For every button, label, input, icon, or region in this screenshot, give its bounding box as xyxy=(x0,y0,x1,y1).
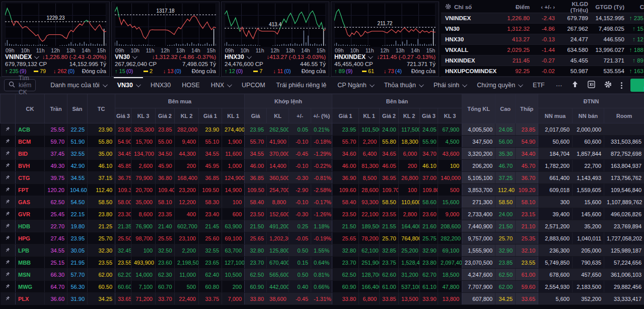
index-volume: 267,962,040 CP xyxy=(115,60,157,68)
more-menu[interactable]: ⋯ xyxy=(550,77,568,93)
index-name-dropdown[interactable]: HNX30 xyxy=(225,53,250,60)
cell: 120.20 xyxy=(45,184,67,196)
upload-arrow-icon[interactable] xyxy=(571,81,579,90)
cell: 63,700 xyxy=(222,244,245,257)
tab-hnx30[interactable]: HNX30 xyxy=(145,77,176,93)
cell: 45.70 xyxy=(516,160,538,172)
cell: 59.70 xyxy=(45,136,67,148)
pin-icon[interactable] xyxy=(1,172,16,184)
index-name-dropdown[interactable]: VN30 xyxy=(115,53,136,60)
table-row[interactable]: CTG39.7534.5537.1536.7579,90036.80168,40… xyxy=(1,172,644,184)
table-row[interactable]: GAS62.5054.5058.5058.0035,00058.1012,200… xyxy=(1,196,644,208)
tab-etf[interactable]: ETF xyxy=(527,77,550,93)
table-row[interactable]: BVH49.3042.9046.1045.852,60045.9020045.9… xyxy=(1,160,644,172)
table-row[interactable]: MSN66.3057.7062.0062.2014,00062.3011,000… xyxy=(1,269,644,281)
cell: 1,727,058,202 xyxy=(604,232,644,244)
cell: 9,400 xyxy=(175,136,199,148)
tab-danh-mục-của-tôi[interactable]: Danh mục của tôi xyxy=(45,77,111,93)
tab-thỏa-thuận[interactable]: Thỏa thuận xyxy=(379,77,428,93)
index-row-vnindex[interactable]: VNINDEX1,226.80-2.43679.78914,152.995↑ 2… xyxy=(441,13,644,24)
cell: 23,200 xyxy=(175,184,199,196)
cell: 2,554,930 xyxy=(538,281,573,293)
cell: 2,183,500 xyxy=(573,281,604,293)
index-table-col-change[interactable]: ‹ +/- › xyxy=(530,4,555,10)
search-input[interactable]: Tìm kiếm CK xyxy=(4,79,36,91)
cell: 58.50 xyxy=(88,196,115,208)
table-row[interactable]: GVR25.4522.1523.8023.308,60023.3540023.4… xyxy=(1,208,644,220)
tab-phái-sinh[interactable]: Phái sinh xyxy=(428,77,471,93)
cell: 23.55 xyxy=(516,257,538,269)
index-row-vnxall[interactable]: VNXALL2,029.25-1.44634.58013,996.027↑ 18… xyxy=(441,45,644,55)
tab-hnx[interactable]: HNX xyxy=(205,77,236,93)
index-table-col-name: Chỉ số xyxy=(454,4,472,10)
pin-icon[interactable] xyxy=(1,148,16,160)
excel-export-icon[interactable] xyxy=(588,81,595,90)
pin-icon[interactable] xyxy=(1,196,16,208)
table-row[interactable]: PLX36.6031.9034.2533.6571,20033.7022,400… xyxy=(1,293,644,305)
tab-hose[interactable]: HOSE xyxy=(176,77,205,93)
cell: 61.00 xyxy=(516,269,538,281)
pin-icon[interactable] xyxy=(1,123,16,136)
cell: -1.29% xyxy=(311,148,332,160)
unchanged: 7 xyxy=(253,68,262,75)
cell: 58.40 xyxy=(245,196,267,208)
cell: 57.70 xyxy=(67,269,88,281)
pin-icon[interactable] xyxy=(1,208,16,220)
pin-icon[interactable] xyxy=(1,184,16,196)
chevron-down-icon xyxy=(247,54,252,59)
table-row[interactable]: ACB25.5522.2523.9023.80325,30023.85282,0… xyxy=(1,123,644,136)
cell: 36.60 xyxy=(45,293,67,305)
cell: 1,857,844 xyxy=(573,148,604,160)
cell: 0.81% xyxy=(311,269,332,281)
index-row-vn30[interactable]: VN301,312.32-4.86267.9627,498.025↑ 152↓ … xyxy=(441,24,644,34)
pin-icon[interactable] xyxy=(1,244,16,257)
pin-icon[interactable] xyxy=(1,293,16,305)
cell: 300 xyxy=(538,196,573,208)
table-row[interactable]: MBB25.1521.9523.5523.55493,90023.602,198… xyxy=(1,257,644,269)
pin-icon[interactable] xyxy=(1,160,16,172)
cell: 55.00 xyxy=(156,136,175,148)
table-row[interactable]: BCM59.7051.9055.8054.9015,70055.009,4005… xyxy=(1,136,644,148)
table-row[interactable]: HPG27.4523.9525.7025.5098,70025.5523,100… xyxy=(1,232,644,244)
cell: 25.45 xyxy=(45,208,67,220)
index-name-dropdown[interactable]: HNXINDEX xyxy=(334,53,372,60)
table-row[interactable]: HDB22.7019.8021.2521.3576,90021.40602,70… xyxy=(1,220,644,232)
tab-trái-phiếu-riêng-lẻ[interactable]: Trái phiếu riêng lẻ xyxy=(271,77,332,93)
cell: 23.60 xyxy=(420,208,438,220)
gear-icon[interactable] xyxy=(445,4,451,11)
index-row-hnxindex[interactable]: HNXINDEX211.45-0.2745.455721.371↑ 8961↓ … xyxy=(441,55,644,66)
cell: 1,107,889,762 xyxy=(604,196,644,208)
cell: 2,097,400 xyxy=(438,257,462,269)
cell: 15,600 xyxy=(573,196,604,208)
pin-icon[interactable] xyxy=(1,220,16,232)
pin-icon[interactable] xyxy=(1,232,16,244)
index-row-hnx30[interactable]: HNX30413.27-0.1324.477446.550↑ 127↓ 11 xyxy=(441,34,644,45)
cell: 62.40 xyxy=(199,269,222,281)
cell: 2,198,500 xyxy=(175,257,199,269)
tab-chứng-quyền[interactable]: Chứng quyền xyxy=(471,77,527,93)
cell: 32.90 xyxy=(495,244,516,257)
tab-cp-ngành[interactable]: CP Ngành xyxy=(332,77,378,93)
pin-icon[interactable] xyxy=(1,269,16,281)
index-table-col-gtgd: GTGD (Tỷ) xyxy=(588,4,624,10)
index-row-hnxupcomindex[interactable]: HNXUPCOMINDEX92.25-0.0250.987535.554↑ 16… xyxy=(441,66,644,77)
cell: 14,000 xyxy=(131,269,156,281)
table-row[interactable]: MWG64.7056.3060.5060.607,10060.7050060.8… xyxy=(1,281,644,293)
table-row[interactable]: FPT120.20104.60112.40109.3020,700109.402… xyxy=(1,184,644,196)
gear-icon[interactable] xyxy=(604,81,612,90)
kebab-menu-icon[interactable] xyxy=(621,81,622,90)
place-order-button[interactable]: Đặt lệnh xyxy=(630,79,644,92)
table-row[interactable]: LPB34.5530.0532.3032.4510032.502,20032.5… xyxy=(1,244,644,257)
cell: 62.50 xyxy=(495,269,516,281)
pin-icon[interactable] xyxy=(1,257,16,269)
tab-vn30[interactable]: VN30 xyxy=(112,77,145,93)
table-row[interactable]: BID37.4532.5535.0034.45134,70034.5044,30… xyxy=(1,148,644,160)
tab-upcom[interactable]: UPCOM xyxy=(236,77,271,93)
cell: 23.70 xyxy=(332,257,359,269)
cell: 117,500 xyxy=(399,123,420,136)
index-name-dropdown[interactable]: VNINDEX xyxy=(5,53,38,60)
pin-icon[interactable] xyxy=(1,136,16,148)
pin-icon[interactable] xyxy=(1,281,16,293)
cell: 15,700 xyxy=(131,136,156,148)
cell: 236,300 xyxy=(538,244,573,257)
